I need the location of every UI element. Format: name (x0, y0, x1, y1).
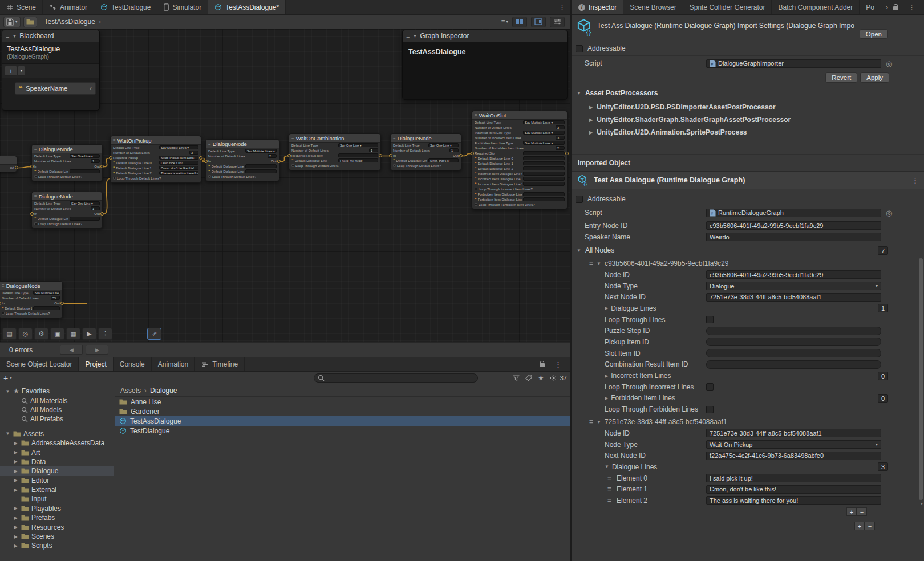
node-field[interactable]: 1 (91, 206, 100, 210)
lock-icon[interactable] (540, 363, 545, 367)
open-folder-button[interactable] (23, 17, 37, 27)
node-checkbox[interactable] (34, 175, 37, 178)
eye-icon[interactable] (550, 375, 558, 381)
node-checkbox[interactable] (2, 312, 5, 315)
node-dropdown[interactable]: Say Multiple Lines ▾ (523, 141, 565, 145)
node-field[interactable] (33, 306, 60, 310)
input-port[interactable] (389, 154, 392, 157)
graph-inspector-panel[interactable]: ≡ ▼ Graph Inspector TestAssDialogue (402, 30, 568, 100)
output-port[interactable] (15, 166, 18, 169)
node-object-field[interactable] (338, 153, 378, 157)
all-nodes-foldout[interactable]: ▼ All Nodes 7 (572, 244, 924, 257)
blackboard-header[interactable]: ≡ ▼ Blackboard (2, 30, 99, 42)
tab-timeline[interactable]: Timeline (195, 357, 245, 371)
revert-button[interactable]: Revert (825, 72, 857, 83)
node-dropdown[interactable]: Say One Line ▾ (428, 143, 459, 147)
tab-animator[interactable]: Animator (43, 0, 94, 14)
node-field[interactable] (523, 192, 565, 196)
collapse-arrow-icon[interactable]: ▼ (12, 34, 17, 39)
node-checkbox[interactable] (475, 203, 477, 206)
property-field[interactable] (706, 349, 881, 357)
node-checkbox[interactable] (291, 164, 294, 167)
node-dropdown[interactable]: Say One Line ▾ (70, 154, 100, 158)
node-dropdown[interactable]: Say One Line ▾ (338, 143, 378, 147)
graph-node-waitonpickup[interactable]: ≡WaitOnPickupDefault Line TypeSay Multip… (110, 136, 201, 183)
node-dropdown[interactable]: Say One Line ▾ (70, 201, 100, 205)
tree-item-scenes[interactable]: ▶Scenes (0, 532, 114, 541)
foldout-label[interactable]: ▶Forbidden Item Lines (605, 394, 706, 402)
node-field[interactable]: 2 (556, 146, 565, 150)
property-field[interactable]: f22a475e-4c2f-41c6-9b73-6a83498abfe0 (706, 452, 881, 460)
addressable-checkbox[interactable] (576, 196, 583, 203)
tab-project[interactable]: Project (79, 357, 113, 371)
node-field[interactable] (523, 166, 565, 170)
node-checkbox[interactable] (208, 175, 211, 178)
view-options-button[interactable]: ≡▾ (501, 18, 508, 26)
node-field[interactable]: 3 (556, 125, 565, 129)
tree-item-external[interactable]: ▶External (0, 485, 114, 494)
graph-settings-button[interactable] (550, 17, 565, 27)
output-port[interactable] (565, 152, 569, 155)
tab-sprite-collider-generator[interactable]: Sprite Collider Generator (683, 0, 772, 14)
node-dropdown[interactable]: Say Multiple Lines ▾ (523, 131, 565, 135)
node-field[interactable]: I said pick it up! (159, 161, 198, 165)
input-port[interactable] (471, 152, 474, 155)
input-port[interactable] (0, 302, 1, 305)
node-dropdown[interactable]: Say Multiple Lines ▾ (245, 149, 277, 153)
favorite-search-icon[interactable]: ★ (538, 374, 544, 382)
array-size-field[interactable]: 7 (878, 246, 888, 255)
property-dropdown[interactable]: Dialogue▾ (706, 282, 881, 290)
input-port[interactable] (30, 165, 34, 168)
tree-item-editor[interactable]: ▶Editor (0, 476, 114, 485)
play-button[interactable]: ▶ (82, 328, 96, 340)
tree-item-prefabs[interactable]: ▶Prefabs (0, 513, 114, 522)
chevron-right-icon[interactable]: › (886, 3, 888, 11)
tree-item-favorites[interactable]: ▼★Favorites (0, 387, 114, 396)
next-error-button[interactable]: ▶ (86, 345, 108, 355)
tree-item-art[interactable]: ▶Art (0, 448, 114, 457)
collapse-arrow-icon[interactable]: ▼ (412, 34, 417, 39)
node-field[interactable]: 3 (189, 151, 198, 155)
node-checkbox[interactable] (113, 177, 116, 180)
drag-handle-icon[interactable]: = (607, 474, 617, 482)
drag-handle-icon[interactable]: = (589, 418, 593, 426)
open-button[interactable]: Open (860, 29, 888, 39)
input-port[interactable] (287, 154, 291, 157)
blackboard-field-speakername[interactable]: “ SpeakerName ‹ (15, 82, 96, 95)
lock-icon[interactable] (893, 6, 898, 10)
frames-button[interactable]: ▦ (66, 328, 80, 340)
array-size-field[interactable]: 1 (878, 304, 888, 312)
drag-handle-icon[interactable]: = (607, 497, 617, 505)
project-search-input[interactable] (314, 373, 478, 383)
inspector-circle-button[interactable]: ◎ (18, 328, 33, 340)
node-field[interactable] (523, 161, 565, 165)
graph-node-startnode[interactable]: ≡StartNodeout (0, 156, 17, 172)
tree-item-resources[interactable]: ▶Resources (0, 522, 114, 531)
input-port[interactable] (30, 212, 34, 216)
property-field[interactable]: c93b5606-401f-49a2-99b5-9ecbf1fa9c29 (706, 221, 881, 230)
graph-debug-button[interactable]: ⇗ (147, 328, 161, 340)
tab-testdialogue[interactable]: TestDialogue (94, 0, 157, 14)
node-field[interactable]: 1 (369, 148, 378, 152)
tree-item-all-prefabs[interactable]: All Prefabs (0, 414, 114, 424)
drag-handle-icon[interactable]: = (607, 485, 617, 493)
postprocessor-item[interactable]: ▶UnityEditor.ShaderGraph.ShaderGraphAsse… (572, 113, 924, 126)
tree-item-scripts[interactable]: ▶Scripts (0, 541, 114, 550)
file-testassdialogue[interactable]: TestAssDialogue (115, 416, 570, 426)
tab-animation[interactable]: Animation (152, 357, 195, 371)
object-picker-icon[interactable]: ◎ (886, 209, 892, 217)
node-foldout-header[interactable]: = ▼ c93b5606-401f-49a2-99b5-9ecbf1fa9c29 (572, 258, 924, 269)
console-list-button[interactable]: ▤ (2, 328, 17, 340)
graph-node-dialoguenode[interactable]: ≡DialogueNodeDefault Line TypeSay One Li… (31, 192, 103, 229)
object-picker-icon[interactable]: ◎ (886, 59, 892, 68)
node-field[interactable] (523, 172, 565, 176)
property-field[interactable]: 7251e73e-38d3-44ff-a8c5-bcf54088aaf1 (706, 293, 881, 302)
postprocessors-foldout[interactable]: ▼ Asset PostProcessors (577, 89, 658, 97)
menu-dots-icon[interactable]: ⋮ (550, 360, 566, 369)
tree-item-all-models[interactable]: All Models (0, 405, 114, 414)
property-field[interactable] (706, 327, 881, 335)
tree-item-all-materials[interactable]: All Materials (0, 396, 114, 405)
tab-po[interactable]: Po (860, 0, 881, 14)
node-field[interactable] (523, 197, 565, 201)
search-by-type-icon[interactable] (513, 375, 520, 381)
